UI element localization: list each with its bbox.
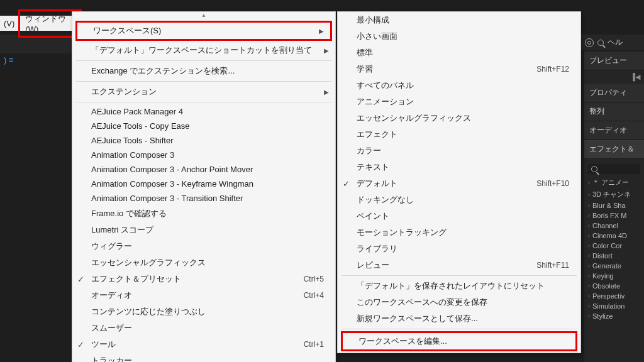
chevron-right-icon: › [588, 243, 590, 249]
effects-category-row[interactable]: ›Blur & Sha [588, 200, 640, 211]
menu-view-fragment[interactable]: (V) [0, 17, 18, 30]
menu-item-label: AEJuice Tools - Copy Ease [91, 121, 324, 131]
effects-category-row[interactable]: ›Distort [588, 251, 640, 261]
menu-item-label: すべてのパネル [357, 80, 569, 91]
effects-category-row[interactable]: ›3D チャンネ [588, 189, 640, 200]
effects-category-row[interactable]: ›Channel [588, 221, 640, 231]
scroll-up-arrow-icon[interactable]: ▲ [72, 12, 335, 19]
workspace-menu-item[interactable]: 小さい画面 [338, 28, 580, 45]
menu-item-label: 学習 [357, 63, 536, 75]
window-menu-item[interactable]: ✓エフェクト＆プリセットCtrl+5 [72, 271, 335, 287]
effects-category-row[interactable]: ›Color Cor [588, 241, 640, 251]
workspace-menu-item[interactable]: ドッキングなし [338, 192, 580, 208]
menu-item-label: オーディオ [91, 290, 304, 301]
menu-item-shortcut: Shift+F10 [536, 179, 569, 188]
search-icon[interactable] [597, 40, 604, 46]
effects-category-label: Boris FX M [592, 212, 626, 219]
window-menu-item[interactable]: AEJuice Tools - Shifter [72, 133, 335, 148]
effects-category-row[interactable]: ›Boris FX M [588, 211, 640, 221]
workspace-menu-item[interactable]: すべてのパネル [338, 77, 580, 94]
workspace-menu-item[interactable]: ✓デフォルトShift+F10 [338, 175, 580, 192]
effects-search-input[interactable] [588, 164, 640, 174]
menu-item-label: エッセンシャルグラフィックス [357, 112, 569, 124]
menu-item-label: トラッカー [91, 355, 324, 362]
panel-tab[interactable]: プロパティ [584, 84, 644, 102]
window-menu-item[interactable]: AEJuice Tools - Copy Ease [72, 119, 335, 133]
check-icon: ✓ [77, 340, 84, 349]
effects-category-row[interactable]: ›Stylize [588, 311, 640, 321]
chevron-right-icon: › [588, 222, 590, 229]
effects-category-row[interactable]: ›Obsolete [588, 281, 640, 291]
window-menu-item[interactable]: コンテンツに応じた塗りつぶし [72, 304, 335, 320]
effects-category-row[interactable]: ›Keying [588, 271, 640, 281]
workspace-menu-item[interactable]: アニメーション [338, 94, 580, 110]
workspace-menu-item[interactable]: テキスト [338, 159, 580, 175]
search-icon [591, 166, 597, 172]
window-menu-item[interactable]: ウィグラー [72, 238, 335, 255]
effects-category-label: 3D チャンネ [592, 190, 631, 199]
workspace-menu-item[interactable]: 最小構成 [338, 12, 580, 28]
window-menu-item[interactable]: エッセンシャルグラフィックス [72, 255, 335, 271]
workspace-menu-item[interactable]: ペイント [338, 208, 580, 224]
preview-controls[interactable]: ▐◀ [584, 70, 644, 84]
panel-tab[interactable]: プレビュー [584, 52, 644, 70]
workspace-menu-item[interactable]: このワークスペースへの変更を保存 [338, 294, 580, 310]
gear-icon[interactable] [585, 38, 594, 47]
menu-item-label: ツール [91, 339, 304, 350]
left-blue-indicator: ) ≡ [4, 55, 14, 65]
menu-item-label: AEJuice Pack Manager 4 [91, 107, 324, 116]
menu-separator [341, 275, 577, 276]
effects-category-row[interactable]: ›Generate [588, 261, 640, 271]
window-menu-item[interactable]: エクステンション▶ [72, 84, 335, 100]
menubar: (V) ウィンドウ(W) [0, 16, 82, 31]
workspace-menu-item[interactable]: 「デフォルト」を保存されたレイアウトにリセット [338, 278, 580, 294]
menu-item-shortcut: Shift+F12 [536, 65, 569, 74]
workspace-menu-item[interactable]: 学習Shift+F12 [338, 61, 580, 77]
workspace-menu-item[interactable]: エッセンシャルグラフィックス [338, 110, 580, 126]
menu-item-label: 「デフォルト」ワークスペースにショートカットを割り当て [91, 45, 324, 56]
menu-item-shortcut: Ctrl+5 [304, 275, 324, 283]
menu-item-label: Animation Composer 3 - Keyframe Wingman [91, 179, 324, 189]
window-menu-item[interactable]: Animation Composer 3 [72, 148, 335, 162]
effects-category-label: Distort [592, 252, 613, 260]
effects-category-row[interactable]: ›Perspectiv [588, 291, 640, 301]
menu-item-shortcut: Shift+F11 [536, 261, 569, 270]
window-menu-item[interactable]: AEJuice Pack Manager 4 [72, 104, 335, 119]
menu-separator [341, 329, 577, 329]
topright-search-text[interactable]: ヘル [608, 37, 623, 48]
window-menu-item[interactable]: Lumetri スコープ [72, 222, 335, 238]
workspace-menu-item[interactable]: 標準 [338, 45, 580, 61]
effects-category-label: ＊ アニメー [592, 178, 629, 187]
effects-category-label: Stylize [592, 312, 613, 320]
window-menu-item[interactable]: スムーザー [72, 320, 335, 336]
workspace-submenu: 最小構成小さい画面標準学習Shift+F12すべてのパネルアニメーションエッセン… [337, 11, 581, 353]
effects-category-row[interactable]: ›Simulation [588, 301, 640, 311]
panel-tab[interactable]: 整列 [584, 102, 644, 121]
panel-tab[interactable]: オーディオ [584, 121, 644, 140]
window-menu-item[interactable]: Animation Composer 3 - Keyframe Wingman [72, 177, 335, 191]
workspace-menu-item[interactable]: カラー [338, 143, 580, 159]
window-menu-item[interactable]: Exchange でエクステンションを検索... [72, 63, 335, 79]
menu-item-label: 小さい画面 [357, 31, 569, 42]
workspace-menu-item[interactable]: レビューShift+F11 [338, 257, 580, 273]
menu-separator [76, 81, 331, 82]
chevron-right-icon: › [588, 180, 590, 186]
window-menu-item[interactable]: トラッカー [72, 353, 335, 362]
chevron-right-icon: › [588, 263, 590, 269]
window-menu-item[interactable]: ワークスペース(S)▶ [75, 21, 332, 41]
window-menu-item[interactable]: Animation Composer 3 - Anchor Point Move… [72, 162, 335, 177]
window-menu-item[interactable]: オーディオCtrl+4 [72, 287, 335, 304]
panel-tab[interactable]: エフェクト＆ [584, 140, 644, 159]
window-menu-item[interactable]: ✓ツールCtrl+1 [72, 336, 335, 353]
effects-category-row[interactable]: ›＊ アニメー [588, 177, 640, 189]
workspace-menu-item[interactable]: エフェクト [338, 126, 580, 143]
window-menu-item[interactable]: Frame.io で確認する [72, 206, 335, 222]
workspace-menu-item[interactable]: 新規ワークスペースとして保存... [338, 310, 580, 327]
effects-category-row[interactable]: ›Cinema 4D [588, 231, 640, 241]
workspace-menu-item[interactable]: ライブラリ [338, 241, 580, 257]
workspace-menu-item[interactable]: モーショントラッキング [338, 224, 580, 241]
workspace-menu-item[interactable]: ワークスペースを編集... [341, 331, 577, 351]
window-menu-item[interactable]: Animation Composer 3 - Transition Shifte… [72, 191, 335, 206]
chevron-right-icon: › [588, 313, 590, 319]
window-menu-item[interactable]: 「デフォルト」ワークスペースにショートカットを割り当て▶ [72, 42, 335, 58]
